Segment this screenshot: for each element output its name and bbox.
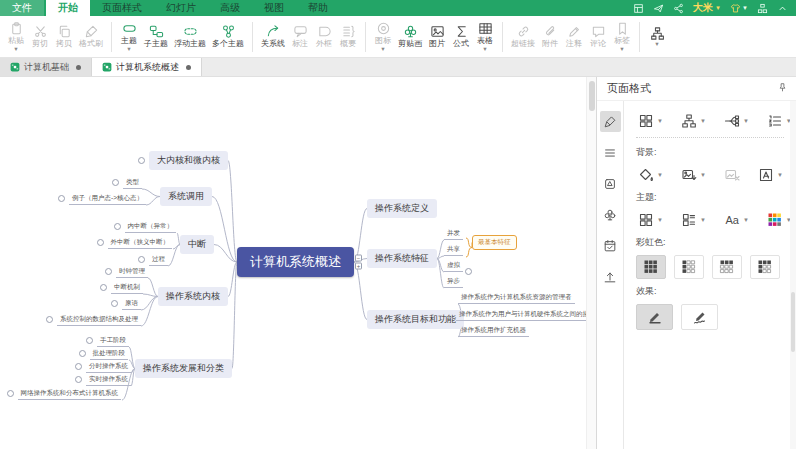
- mindmap-node-l2a[interactable]: 类型: [123, 177, 142, 189]
- toolbar-formula-button[interactable]: 公式: [449, 17, 473, 57]
- canvas-scrollbar-thumb[interactable]: [589, 81, 595, 111]
- rainbow-style-2-button[interactable]: [674, 255, 704, 279]
- collapse-ribbon-icon[interactable]: [777, 3, 788, 14]
- toolbar-clipboard-button[interactable]: 粘贴▼: [4, 17, 28, 57]
- panel-strip-format-brush-button[interactable]: [600, 111, 621, 132]
- mindmap-node-l5b[interactable]: 批处理阶段: [90, 348, 129, 360]
- canvas-scrollbar[interactable]: [586, 77, 596, 449]
- numbered-marker-icon[interactable]: [75, 363, 82, 370]
- expand-icon[interactable]: +: [355, 263, 362, 270]
- menu-tab-6[interactable]: 帮助: [296, 0, 340, 16]
- mindmap-node-l5a[interactable]: 手工阶段: [97, 335, 129, 347]
- theme-gallery-button[interactable]: ▼: [636, 210, 665, 230]
- mindmap-node-l3a[interactable]: 内中断（异常）: [125, 221, 177, 233]
- membership-icon[interactable]: ▼: [730, 3, 748, 14]
- numbered-marker-icon[interactable]: [58, 195, 65, 202]
- toolbar-clipart-button[interactable]: 剪贴画: [395, 17, 425, 57]
- numbered-marker-icon[interactable]: [111, 300, 118, 307]
- rainbow-style-3-button[interactable]: [712, 255, 742, 279]
- mindmap-node-r2b[interactable]: 共享: [444, 244, 463, 256]
- mindmap-node-l4c[interactable]: 原语: [122, 298, 141, 310]
- hand-drawn-style-2-button[interactable]: [681, 304, 718, 330]
- mindmap-node-r3[interactable]: 操作系统目标和功能: [367, 310, 464, 329]
- panel-scrollbar[interactable]: [790, 101, 796, 449]
- share-icon[interactable]: [673, 3, 684, 14]
- menu-tab-3[interactable]: 幻灯片: [154, 0, 208, 16]
- user-menu[interactable]: 大米▼: [693, 1, 721, 15]
- mindmap-node-l3[interactable]: 中断: [180, 235, 214, 254]
- mindmap-node-l2b[interactable]: 例子（用户态->核心态）: [69, 193, 146, 205]
- toolbar-copy-button[interactable]: 拷贝: [52, 17, 76, 57]
- page-structure-button[interactable]: ▼: [679, 111, 708, 131]
- toolbar-picture-button[interactable]: 图片: [425, 17, 449, 57]
- toolbar-summary-button[interactable]: 概要: [336, 17, 360, 57]
- collapse-expand-control[interactable]: −+: [355, 255, 362, 270]
- numbered-marker-icon[interactable]: [7, 390, 14, 397]
- toolbar-topic-button[interactable]: 主题▼: [117, 17, 141, 57]
- connector-style-button[interactable]: ▼: [722, 111, 751, 131]
- mindmap-node-r1[interactable]: 操作系统定义: [367, 199, 437, 218]
- mindmap-node-r2a[interactable]: 并发: [444, 228, 463, 240]
- rainbow-style-4-button[interactable]: [750, 255, 780, 279]
- toolbar-comment-button[interactable]: 评论: [586, 17, 610, 57]
- mindmap-node-r3b[interactable]: 操作系统作为用户与计算机硬件系统之间的接口: [456, 309, 586, 321]
- numbered-marker-icon[interactable]: [86, 337, 93, 344]
- mindmap-node-l3b[interactable]: 外中断（狭义中断）: [108, 237, 173, 249]
- toolbar-floating-button[interactable]: 浮动主题: [171, 17, 209, 57]
- menu-tab-4[interactable]: 高级: [208, 0, 252, 16]
- mindmap-node-r2[interactable]: 操作系统特征: [367, 249, 437, 268]
- toolbar-subtopic-button[interactable]: 子主题: [141, 17, 171, 57]
- toolbar-relation-button[interactable]: 关系线: [258, 17, 288, 57]
- watermark-button[interactable]: ▼: [756, 165, 785, 185]
- numbered-marker-icon[interactable]: [114, 223, 121, 230]
- mindmap-node-l4b[interactable]: 中断机制: [111, 282, 143, 294]
- toolbar-brush-button[interactable]: 格式刷: [76, 17, 106, 57]
- menu-tab-file[interactable]: 文件: [0, 0, 44, 16]
- hand-drawn-style-1-button[interactable]: [636, 304, 673, 330]
- panel-strip-task-schedule-button[interactable]: [600, 235, 621, 256]
- mindmap-node-center[interactable]: 计算机系统概述−+: [237, 247, 354, 277]
- document-tab-1[interactable]: 计算机系统概述: [92, 58, 202, 76]
- toolbar-marker-button[interactable]: 图标▼: [371, 17, 395, 57]
- mindmap-node-l4[interactable]: 操作系统内核: [158, 287, 228, 306]
- theme-elements-button[interactable]: ▼: [679, 210, 708, 230]
- numbered-marker-icon[interactable]: [79, 350, 86, 357]
- panel-strip-clipart-library-button[interactable]: [600, 204, 621, 225]
- panel-strip-outline-button[interactable]: [600, 142, 621, 163]
- mindmap-node-r2d[interactable]: 异步: [444, 276, 463, 288]
- mindmap-node-l2[interactable]: 系统调用: [160, 187, 212, 206]
- document-tab-0[interactable]: 计算机基础: [0, 58, 92, 76]
- toolbar-attachment-button[interactable]: 附件: [538, 17, 562, 57]
- workspace-icon[interactable]: [757, 3, 768, 14]
- mindmap-node-r2c[interactable]: 虚拟: [444, 260, 463, 272]
- mindmap-node-l4a[interactable]: 时钟管理: [116, 266, 148, 278]
- numbered-marker-icon[interactable]: [75, 376, 82, 383]
- background-color-button[interactable]: ▼: [636, 165, 665, 185]
- toolbar-tag-button[interactable]: 标签▼: [610, 17, 634, 57]
- toolbar-note-button[interactable]: 注释: [562, 17, 586, 57]
- toolbar-multitopic-button[interactable]: 多个主题: [209, 17, 247, 57]
- mindmap-node-l5e[interactable]: 网络操作系统和分布式计算机系统: [18, 388, 122, 400]
- toolbar-callout-button[interactable]: 标注: [288, 17, 312, 57]
- template-gallery-icon[interactable]: [633, 3, 644, 14]
- menu-tab-5[interactable]: 视图: [252, 0, 296, 16]
- toolbar-structure-button[interactable]: ▼: [645, 17, 669, 57]
- send-icon[interactable]: [653, 3, 664, 14]
- numbered-marker-icon[interactable]: [465, 268, 472, 275]
- theme-font-button[interactable]: Aa▼: [722, 210, 751, 230]
- mindmap-node-l4d[interactable]: 系统控制的数据结构及处理: [57, 314, 141, 326]
- numbered-marker-icon[interactable]: [46, 316, 53, 323]
- toolbar-table-button[interactable]: 表格▼: [473, 17, 497, 57]
- panel-strip-style-frame-button[interactable]: [600, 173, 621, 194]
- mindmap-node-l3c[interactable]: 过程: [149, 254, 168, 266]
- remove-background-image-button[interactable]: [722, 165, 742, 185]
- mindmap-node-l5d[interactable]: 实时操作系统: [86, 374, 131, 386]
- numbered-marker-icon[interactable]: [100, 284, 107, 291]
- mindmap-node-r3a[interactable]: 操作系统作为计算机系统资源的管理者: [458, 292, 575, 304]
- toolbar-hyperlink-button[interactable]: 超链接: [508, 17, 538, 57]
- menu-tab-2[interactable]: 页面样式: [90, 0, 154, 16]
- collapse-icon[interactable]: −: [355, 255, 362, 262]
- numbered-marker-icon[interactable]: [105, 268, 112, 275]
- numbered-marker-icon[interactable]: [138, 157, 145, 164]
- mindmap-node-r3c[interactable]: 操作系统用作扩充机器: [458, 325, 529, 337]
